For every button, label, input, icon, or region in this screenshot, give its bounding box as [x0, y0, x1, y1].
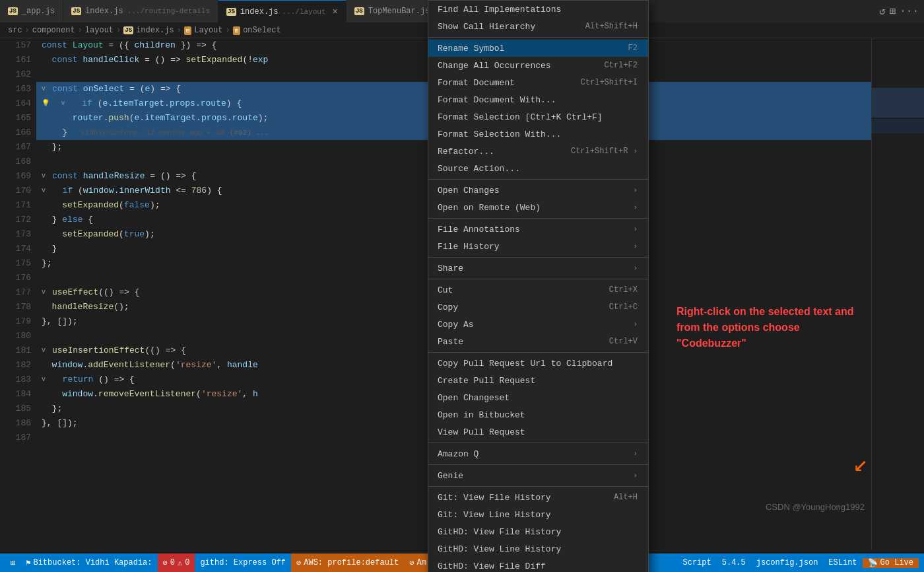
menu-open-bitbucket[interactable]: Open in Bitbucket: [428, 406, 648, 423]
menu-sep-7: [428, 443, 648, 443]
menu-label-create-pr: Create Pull Request: [438, 376, 638, 386]
menu-share[interactable]: Share ›: [428, 260, 648, 277]
bc-file[interactable]: index.js: [136, 26, 174, 35]
bc-js-badge: JS: [123, 26, 133, 34]
tab-path-2: .../routing-details: [127, 7, 210, 15]
menu-arrow-share: ›: [633, 264, 638, 272]
menu-amazon-q[interactable]: Amazon Q ›: [428, 445, 648, 462]
menu-label-share: Share: [438, 264, 628, 273]
annotation-box: Right-click on the selected text and fro…: [676, 304, 861, 351]
tab-top-menu-bar[interactable]: JS TopMenuBar.js: [346, 0, 438, 22]
status-githd-label: githd: Express Off: [200, 558, 286, 567]
menu-open-changeset[interactable]: Open Changeset: [428, 389, 648, 406]
menu-sep-1: [428, 37, 648, 38]
menu-label-refactor: Refactor...: [438, 147, 560, 157]
menu-show-call-hier[interactable]: Show Call Hierarchy Alt+Shift+H: [428, 18, 648, 35]
error-icon: ⊘: [163, 558, 168, 568]
tab-label-1: _app.js: [22, 7, 55, 16]
status-golive[interactable]: 📡 Go Live: [863, 558, 919, 568]
status-eslint[interactable]: ESLint: [823, 558, 862, 567]
fold-164[interactable]: v: [61, 96, 71, 111]
menu-label-open-remote: Open on Remote (Web): [438, 203, 628, 213]
menu-open-remote[interactable]: Open on Remote (Web) ›: [428, 199, 648, 216]
tab-index-layout[interactable]: JS index.js .../layout ×: [218, 0, 346, 22]
menu-refactor[interactable]: Refactor... Ctrl+Shift+R ›: [428, 143, 648, 160]
menu-file-annotations[interactable]: File Annotations ›: [428, 221, 648, 238]
menu-label-show-call-hier: Show Call Hierarchy: [438, 22, 575, 32]
menu-arrow-open-remote: ›: [633, 203, 638, 211]
bc-src[interactable]: src: [8, 26, 22, 35]
status-amazon-label: Am: [417, 558, 426, 567]
menu-label-paste: Paste: [438, 337, 599, 347]
tab-app-js[interactable]: JS _app.js: [0, 0, 63, 22]
status-pad[interactable]: ⊞: [5, 554, 20, 572]
menu-git-file-history[interactable]: Git: View File History Alt+H: [428, 489, 648, 506]
tab-index-routing[interactable]: JS index.js .../routing-details: [63, 0, 218, 22]
status-githd[interactable]: githd: Express Off: [195, 554, 291, 572]
menu-format-doc[interactable]: Format Document Ctrl+Shift+I: [428, 74, 648, 91]
status-errors[interactable]: ⊘ 0 ⚠ 0: [158, 554, 195, 572]
menu-paste[interactable]: Paste Ctrl+V: [428, 333, 648, 350]
menu-file-history[interactable]: File History ›: [428, 238, 648, 255]
menu-label-view-pr: View Pull Request: [438, 427, 638, 437]
menu-cut[interactable]: Cut Ctrl+X: [428, 281, 648, 299]
fold-169[interactable]: v: [42, 169, 51, 184]
menu-label-git-file-history: Git: View File History: [438, 493, 603, 503]
status-config[interactable]: jsconfig.json: [751, 558, 824, 567]
menu-sep-6: [428, 352, 648, 353]
menu-open-changes[interactable]: Open Changes ›: [428, 182, 648, 199]
menu-shortcut-change-all-occ: Ctrl+F2: [605, 61, 638, 70]
menu-arrow-copy-as: ›: [633, 320, 638, 328]
menu-format-sel-with[interactable]: Format Selection With...: [428, 125, 648, 143]
status-language[interactable]: Script: [678, 558, 717, 567]
status-aws-label: AWS: profile:default: [304, 558, 399, 567]
amazon-icon: ⊘: [409, 558, 414, 568]
menu-format-sel[interactable]: Format Selection [Ctrl+K Ctrl+F]: [428, 108, 648, 125]
menu-view-pr[interactable]: View Pull Request: [428, 423, 648, 441]
menu-genie[interactable]: Genie ›: [428, 467, 648, 484]
fold-177[interactable]: v: [42, 285, 51, 300]
menu-rename-symbol[interactable]: Rename Symbol F2: [428, 40, 648, 57]
history-icon[interactable]: ↺: [879, 5, 886, 18]
menu-copy-pr-url[interactable]: Copy Pull Request Url to Clipboard: [428, 355, 648, 372]
menu-git-line-history[interactable]: Git: View Line History: [428, 506, 648, 523]
menu-githd-file[interactable]: GitHD: View File History: [428, 523, 648, 540]
menu-create-pr[interactable]: Create Pull Request: [428, 372, 648, 389]
js-icon-2: JS: [71, 7, 81, 15]
status-golive-label: Go Live: [880, 558, 913, 567]
menu-label-open-changes: Open Changes: [438, 186, 628, 196]
menu-label-source-action: Source Action...: [438, 164, 638, 174]
bc-onselect[interactable]: onSelect: [243, 26, 281, 35]
menu-format-doc-with[interactable]: Format Document With...: [428, 91, 648, 108]
js-icon-1: JS: [8, 7, 18, 15]
menu-label-githd-line: GitHD: View Line History: [438, 544, 638, 554]
fold-163[interactable]: v: [42, 82, 51, 96]
menu-change-all-occ[interactable]: Change All Occurrences Ctrl+F2: [428, 57, 648, 74]
menu-arrow-open-changes: ›: [633, 186, 638, 194]
bc-component[interactable]: component: [32, 26, 75, 35]
fold-183[interactable]: v: [42, 373, 51, 387]
fold-181[interactable]: v: [42, 343, 51, 358]
menu-label-githd-file: GitHD: View File History: [438, 527, 638, 537]
more-icon[interactable]: ···: [900, 5, 919, 17]
fold-170[interactable]: v: [42, 184, 51, 198]
bc-sep1: ›: [25, 26, 30, 35]
menu-copy-as[interactable]: Copy As ›: [428, 316, 648, 333]
menu-githd-line[interactable]: GitHD: View Line History: [428, 540, 648, 557]
split-icon[interactable]: ⊞: [890, 5, 896, 18]
js-icon-3: JS: [226, 8, 236, 16]
menu-label-git-line-history: Git: View Line History: [438, 510, 638, 520]
status-aws[interactable]: ⊘ AWS: profile:default: [291, 554, 404, 572]
close-icon-3[interactable]: ×: [333, 7, 338, 17]
menu-shortcut-rename-symbol: F2: [628, 44, 638, 53]
status-bitbucket[interactable]: ⚑ Bitbucket: Vidhi Kapadia:: [20, 554, 157, 572]
menu-shortcut-paste: Ctrl+V: [609, 337, 638, 346]
menu-source-action[interactable]: Source Action...: [428, 160, 648, 177]
menu-copy[interactable]: Copy Ctrl+C: [428, 299, 648, 316]
warning-icon: ⚠: [178, 558, 182, 568]
menu-githd-diff[interactable]: GitHD: View File Diff: [428, 557, 648, 572]
bc-layout[interactable]: layout: [85, 26, 114, 35]
bc-layout-sym[interactable]: Layout: [194, 26, 222, 35]
status-version[interactable]: 5.4.5: [717, 558, 751, 567]
menu-find-all-impl[interactable]: Find All Implementations: [428, 1, 648, 18]
